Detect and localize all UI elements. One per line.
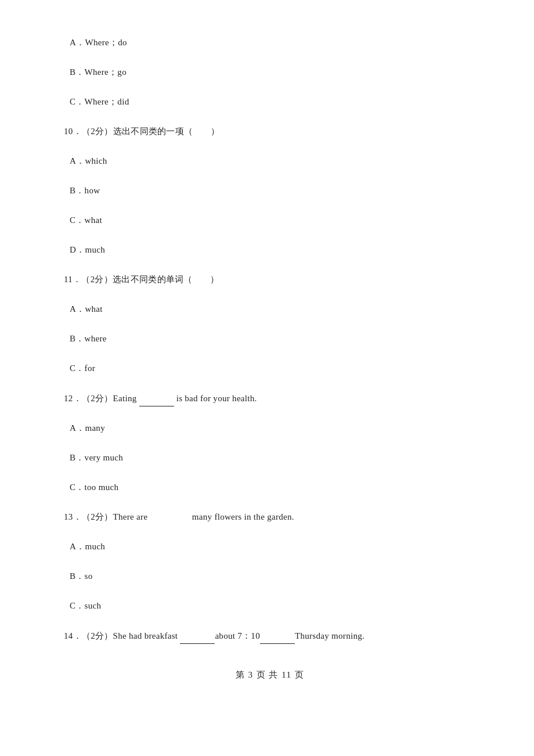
q12-blank [139, 390, 174, 406]
q10-option-c: C．what [64, 213, 476, 228]
q10-option-d: D．much [64, 242, 476, 258]
q12-option-a: A．many [64, 420, 476, 436]
option-c-where-did: C．Where；did [64, 94, 476, 110]
q10-option-a: A．which [64, 153, 476, 169]
q10-option-b: B．how [64, 183, 476, 199]
option-a-where-do: A．Where；do [64, 35, 476, 51]
q11-option-a: A．what [64, 301, 476, 317]
question-10: 10．（2分）选出不同类的一项（ ） [64, 124, 476, 139]
q11-option-c: C．for [64, 361, 476, 376]
page-footer: 第 3 页 共 11 页 [64, 667, 476, 683]
q12-option-b: B．very much [64, 450, 476, 466]
question-12: 12．（2分）Eating is bad for your health. [64, 390, 476, 406]
q11-option-b: B．where [64, 331, 476, 347]
question-11: 11．（2分）选出不同类的单词（ ） [64, 272, 476, 287]
option-b-where-go: B．Where；go [64, 64, 476, 80]
question-14: 14．（2分）She had breakfast about 7：10 Thur… [64, 628, 476, 644]
q12-option-c: C．too much [64, 480, 476, 495]
q14-blank1 [180, 628, 215, 644]
page-footer-text: 第 3 页 共 11 页 [236, 670, 305, 679]
q13-option-b: B．so [64, 568, 476, 584]
question-13: 13．（2分）There are many flowers in the gar… [64, 509, 476, 525]
q14-blank2 [260, 628, 295, 644]
q13-option-a: A．much [64, 539, 476, 555]
q13-option-c: C．such [64, 598, 476, 614]
